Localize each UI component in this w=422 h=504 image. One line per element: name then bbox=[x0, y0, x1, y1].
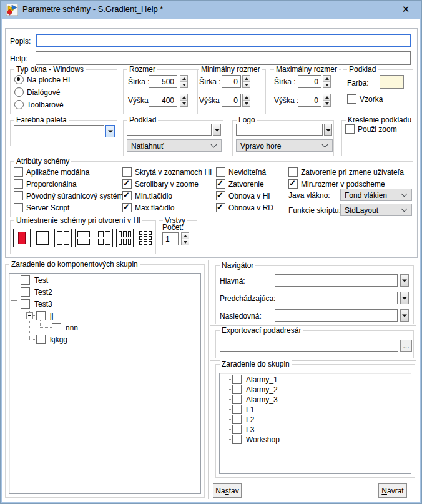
radio-dot[interactable] bbox=[14, 75, 24, 84]
layout-button-grid-3x2[interactable] bbox=[116, 229, 134, 247]
tree-item-alarmy-1[interactable]: Alarmy_1 bbox=[232, 375, 278, 384]
checkbox-zatvorenie-pri-zmene-uzivatela[interactable]: Zatvorenie pri zmene užívateľa bbox=[288, 167, 404, 177]
spin-down-icon[interactable] bbox=[182, 239, 189, 245]
checkbox-zatvorenie[interactable]: Zatvorenie bbox=[216, 179, 264, 189]
checkbox-aplikacne-modalna[interactable]: Aplikačne modálna bbox=[14, 167, 89, 177]
min-sirka-input[interactable] bbox=[222, 75, 241, 88]
spin-up-icon[interactable] bbox=[243, 76, 250, 81]
checkbox-box[interactable] bbox=[345, 124, 355, 134]
tree-item-l2[interactable]: L2 bbox=[232, 415, 254, 424]
spin-down-icon[interactable] bbox=[243, 100, 250, 106]
spin-up-icon[interactable] bbox=[243, 94, 250, 100]
navrat-button[interactable]: Návrat bbox=[378, 483, 407, 498]
sirka-input[interactable] bbox=[149, 75, 177, 88]
checkbox-box[interactable] bbox=[232, 435, 242, 444]
min-vyska-input[interactable] bbox=[222, 94, 241, 107]
close-icon[interactable]: ✕ bbox=[392, 0, 420, 18]
nasledovna-input[interactable] bbox=[275, 309, 398, 322]
checkbox-box[interactable] bbox=[232, 415, 242, 424]
spin-up-icon[interactable] bbox=[182, 233, 189, 239]
tree-item-l1[interactable]: L1 bbox=[232, 405, 254, 414]
podklad-mode-select[interactable]: Natiahnuť bbox=[127, 139, 222, 152]
checkbox-povodny-suradnicovy-system[interactable]: Pôvodný súradnicový systém bbox=[14, 191, 123, 200]
export-podadresar-input[interactable] bbox=[220, 340, 398, 352]
dropdown-arrow-icon[interactable] bbox=[400, 309, 409, 322]
dropdown-arrow-icon[interactable] bbox=[400, 292, 409, 304]
layout-button-grid-3x3[interactable] bbox=[137, 229, 154, 247]
hlavna-input[interactable] bbox=[275, 274, 398, 287]
funkcie-skriptu-select[interactable]: StdLayout bbox=[340, 204, 412, 216]
dropdown-arrow-icon[interactable] bbox=[400, 274, 409, 287]
checkbox-max-tlacidlo[interactable]: Max.tlačidlo bbox=[122, 203, 174, 212]
checkbox-proporcionalna[interactable]: Proporcionálna bbox=[14, 179, 77, 189]
checkbox-box[interactable] bbox=[232, 385, 242, 394]
vyska-input[interactable] bbox=[149, 94, 177, 107]
tree-item-kjkgg[interactable]: kjkgg bbox=[36, 335, 67, 344]
tree-collapse-icon[interactable] bbox=[26, 312, 33, 319]
tree-item-nnn[interactable]: nnn bbox=[52, 323, 78, 332]
logo-input[interactable] bbox=[236, 124, 323, 136]
checkbox-box[interactable] bbox=[36, 311, 46, 320]
tree-collapse-icon[interactable] bbox=[11, 300, 17, 307]
max-vyska-input[interactable] bbox=[298, 94, 321, 107]
spin-up-icon[interactable] bbox=[323, 76, 330, 81]
checkbox-box[interactable] bbox=[36, 335, 46, 344]
checkbox-box[interactable] bbox=[21, 275, 30, 285]
checkbox-box[interactable] bbox=[347, 94, 356, 104]
radio-dialogove[interactable]: Dialógové bbox=[14, 87, 60, 97]
spin-down-icon[interactable] bbox=[323, 100, 330, 106]
farebna-paleta-input[interactable] bbox=[14, 125, 104, 137]
layout-button-two-rows[interactable] bbox=[75, 229, 92, 247]
tree-item-l3[interactable]: L3 bbox=[232, 425, 254, 434]
tree-item-test2[interactable]: Test2 bbox=[21, 287, 52, 297]
checkbox-min-rozmer-v-podscheme[interactable]: Min.rozmer v podscheme bbox=[288, 179, 385, 189]
radio-dot[interactable] bbox=[14, 87, 24, 97]
nastav-button[interactable]: Nastav bbox=[213, 483, 242, 498]
tree-item-alarmy-2[interactable]: Alarmy_2 bbox=[232, 385, 278, 394]
checkbox-obnova-v-hi[interactable]: Obnova v HI bbox=[216, 191, 270, 200]
spin-up-icon[interactable] bbox=[323, 94, 330, 100]
tree-item-alarmy-3[interactable]: Alarmy_3 bbox=[232, 395, 278, 404]
vzorka-checkbox[interactable]: Vzorka bbox=[347, 94, 383, 104]
tree-item-workshop[interactable]: Workshop bbox=[232, 435, 280, 444]
podklad-input[interactable] bbox=[127, 124, 212, 136]
checkbox-box[interactable] bbox=[21, 287, 30, 297]
farba-swatch[interactable] bbox=[380, 75, 404, 89]
spin-down-icon[interactable] bbox=[243, 81, 250, 87]
logo-position-select[interactable]: Vpravo hore bbox=[236, 139, 333, 152]
dropdown-arrow-icon[interactable] bbox=[324, 124, 332, 136]
checkbox-box[interactable] bbox=[232, 405, 242, 414]
layout-button-two-columns[interactable] bbox=[54, 229, 72, 247]
tree-item-jj[interactable]: jj bbox=[36, 311, 53, 320]
help-input[interactable] bbox=[36, 51, 411, 65]
checkbox-box[interactable] bbox=[52, 323, 61, 332]
pouzi-zoom-checkbox[interactable]: Použi zoom bbox=[345, 124, 397, 134]
tree-item-test[interactable]: Test bbox=[21, 275, 48, 285]
spin-down-icon[interactable] bbox=[180, 100, 187, 106]
popis-input[interactable] bbox=[36, 34, 411, 47]
checkbox-box[interactable] bbox=[21, 299, 30, 309]
radio-na-ploche-hi[interactable]: Na ploche HI bbox=[14, 75, 70, 84]
checkbox-server-script[interactable]: Server Script bbox=[14, 203, 69, 212]
checkbox-scrollbary-v-zoome[interactable]: Scrollbary v zoome bbox=[122, 179, 199, 189]
radio-toolbarove[interactable]: Toolbarové bbox=[14, 100, 64, 109]
spin-down-icon[interactable] bbox=[323, 81, 330, 87]
checkbox-min-tlacidlo[interactable]: Min.tlačidlo bbox=[122, 191, 172, 200]
dropdown-arrow-icon[interactable] bbox=[106, 125, 115, 137]
tree-item-test3[interactable]: Test3 bbox=[21, 299, 52, 309]
java-vlakno-select[interactable]: Fond vlákien bbox=[340, 189, 412, 201]
checkbox-box[interactable] bbox=[232, 425, 242, 434]
dropdown-arrow-icon[interactable] bbox=[213, 124, 221, 136]
spin-up-icon[interactable] bbox=[180, 76, 187, 81]
checkbox-box[interactable] bbox=[232, 395, 242, 404]
radio-dot[interactable] bbox=[14, 100, 24, 109]
pocet-input[interactable] bbox=[162, 232, 179, 245]
predchadzajuca-input[interactable] bbox=[275, 292, 398, 304]
spin-up-icon[interactable] bbox=[180, 94, 187, 100]
browse-button[interactable]: ... bbox=[400, 340, 412, 352]
layout-button-one-pane[interactable] bbox=[34, 229, 51, 247]
checkbox-box[interactable] bbox=[232, 375, 242, 384]
max-sirka-input[interactable] bbox=[298, 75, 321, 88]
checkbox-skryta-v-zoznamoch-hi[interactable]: Skrytá v zoznamoch HI bbox=[122, 167, 212, 177]
layout-button-single-selected[interactable] bbox=[13, 229, 31, 247]
